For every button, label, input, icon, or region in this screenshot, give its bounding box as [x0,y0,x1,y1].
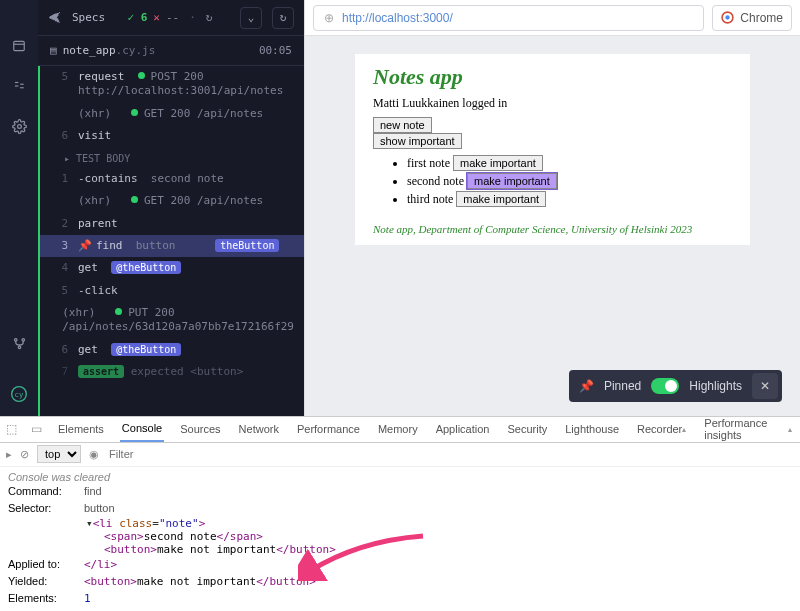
timer-label: 00:05 [259,44,292,57]
steps-icon[interactable] [11,78,27,94]
reload-button[interactable]: ↻ [272,7,294,29]
filter-input[interactable] [107,446,257,462]
list-item: first note make important [407,155,732,171]
app-preview: Notes app Matti Luukkainen logged in new… [305,36,800,416]
pinned-toolbar: 📌 Pinned Highlights ✕ [569,370,782,402]
tab-network[interactable]: Network [237,416,281,442]
window-icon[interactable] [11,38,27,54]
console-line: Command:find [8,483,792,500]
console-line: Yielded:<button>make not important</butt… [8,573,792,590]
cypress-command-log: ⮜ Specs ✓ 6 ✕ -- · ↻ ⌄ ↻ ▤ note_app.cy.j… [38,0,304,416]
log-row-active[interactable]: 3 📌find button theButton [40,235,304,257]
browser-selector[interactable]: Chrome [712,5,792,31]
console-line: Applied to:</li> [8,556,792,573]
tab-security[interactable]: Security [505,416,549,442]
specs-label: Specs [72,11,105,24]
svg-point-7 [14,339,17,342]
pin-icon: 📌 [579,379,594,393]
pinned-label: Pinned [604,379,641,393]
file-icon: ▤ [50,44,57,57]
svg-point-6 [17,124,21,128]
app-page: Notes app Matti Luukkainen logged in new… [355,54,750,245]
svg-rect-0 [14,41,25,50]
console-line: <button>make not important</button> [8,543,792,556]
tab-application[interactable]: Application [434,416,492,442]
target-icon: ⊕ [324,11,334,25]
log-row[interactable]: (xhr) PUT 200 /api/notes/63d120a7a07bb7e… [40,302,304,339]
tab-memory[interactable]: Memory [376,416,420,442]
list-item: third note make important [407,191,732,207]
cypress-sidebar-rail: cy [0,0,38,416]
log-row[interactable]: 2 parent [40,213,304,235]
svg-point-14 [726,15,730,19]
new-note-button[interactable]: new note [373,117,432,133]
list-item: second note make important [407,173,732,189]
show-important-button[interactable]: show important [373,133,462,149]
cypress-logo-icon[interactable]: cy [11,386,27,402]
pin-icon: 📌 [78,239,92,252]
highlights-toggle[interactable] [651,378,679,394]
inspect-icon[interactable]: ⬚ [6,422,17,436]
svg-point-8 [22,339,25,342]
console-line: ▾<li class="note"> [8,517,792,530]
highlights-label: Highlights [689,379,742,393]
console-line: Elements:1 [8,590,792,607]
tab-elements[interactable]: Elements [56,416,106,442]
make-important-button[interactable]: make important [456,191,546,207]
spec-file-header[interactable]: ▤ note_app.cy.js 00:05 [38,36,304,66]
eye-icon[interactable]: ◉ [89,448,99,461]
console-toolbar: ▸ ⊘ top ◉ [0,443,800,467]
devtools-panel: ⬚ ▭ Elements Console Sources Network Per… [0,416,800,611]
tab-console[interactable]: Console [120,416,164,442]
app-footer: Note app, Department of Computer Science… [373,223,732,235]
svg-point-9 [18,346,21,349]
url-input[interactable]: ⊕ http://localhost:3000/ [313,5,704,31]
console-output: Console was cleared Command:find Selecto… [0,467,800,611]
notes-list: first note make important second note ma… [407,155,732,207]
log-row[interactable]: 4 get @theButton [40,257,304,279]
tab-sources[interactable]: Sources [178,416,222,442]
log-row[interactable]: 5 request POST 200http://localhost:3001/… [40,66,304,103]
branch-icon[interactable] [11,336,27,352]
tab-lighthouse[interactable]: Lighthouse [563,416,621,442]
tab-performance-insights[interactable]: Performance insights [702,416,794,442]
log-row[interactable]: (xhr) GET 200 /api/notes [40,190,304,212]
log-row[interactable]: 6 visit [40,125,304,147]
context-selector[interactable]: top [37,445,81,463]
svg-text:cy: cy [15,389,24,398]
chrome-icon [721,11,734,24]
make-important-button[interactable]: make important [453,155,543,171]
log-row[interactable]: (xhr) GET 200 /api/notes [40,103,304,125]
chevron-down-button[interactable]: ⌄ [240,7,262,29]
cypress-header: ⮜ Specs ✓ 6 ✕ -- · ↻ ⌄ ↻ [38,0,304,36]
log-row[interactable]: 1 -contains second note [40,168,304,190]
console-line: <span>second note</span> [8,530,792,543]
logged-in-text: Matti Luukkainen logged in [373,96,732,111]
devtools-tabs: ⬚ ▭ Elements Console Sources Network Per… [0,417,800,443]
log-row[interactable]: 7 assert expected <button> [40,361,304,383]
test-stats: ✓ 6 ✕ -- [127,11,179,24]
url-bar: ⊕ http://localhost:3000/ Chrome [305,0,800,36]
log-section-header: ▸ TEST BODY [40,147,304,168]
console-line: Console was cleared [8,471,792,483]
tab-performance[interactable]: Performance [295,416,362,442]
clear-console-icon[interactable]: ⊘ [20,448,29,461]
log-row[interactable]: 5 -click [40,280,304,302]
device-icon[interactable]: ▭ [31,422,42,436]
sidebar-toggle-icon[interactable]: ▸ [6,448,12,461]
back-icon[interactable]: ⮜ [48,10,62,26]
make-important-button-highlighted[interactable]: make important [467,173,557,189]
settings-icon[interactable] [11,118,27,134]
log-row[interactable]: 6 get @theButton [40,339,304,361]
app-heading: Notes app [373,64,732,90]
close-button[interactable]: ✕ [752,373,778,399]
tab-recorder[interactable]: Recorder [635,416,688,442]
command-log-body: 5 request POST 200http://localhost:3001/… [38,66,304,416]
console-line: Selector:button [8,500,792,517]
